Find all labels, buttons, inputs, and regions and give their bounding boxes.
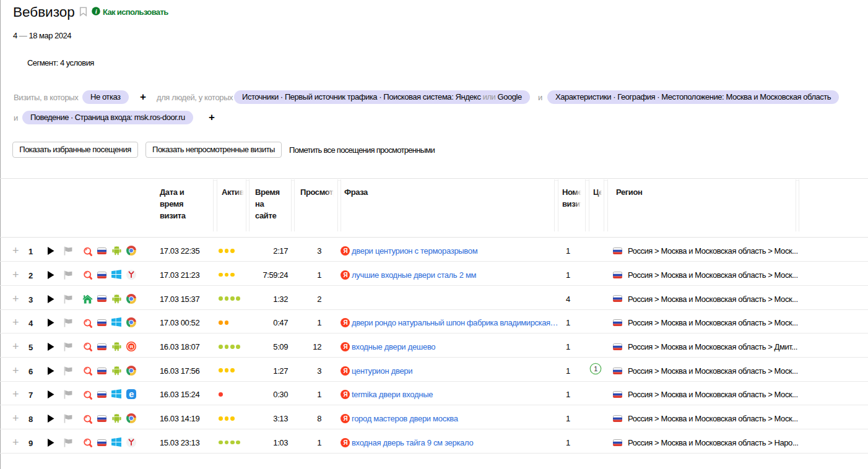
svg-text:e: e xyxy=(129,389,134,399)
svg-text:Я: Я xyxy=(344,392,348,398)
svg-text:Я: Я xyxy=(344,343,348,350)
svg-text:1: 1 xyxy=(594,365,597,372)
svg-text:Я: Я xyxy=(344,368,348,374)
svg-text:Я: Я xyxy=(344,320,348,327)
svg-text:Я: Я xyxy=(129,344,133,350)
svg-text:Я: Я xyxy=(344,439,348,446)
svg-text:Я: Я xyxy=(344,247,348,254)
svg-text:Я: Я xyxy=(344,415,348,422)
svg-text:Я: Я xyxy=(344,272,348,278)
